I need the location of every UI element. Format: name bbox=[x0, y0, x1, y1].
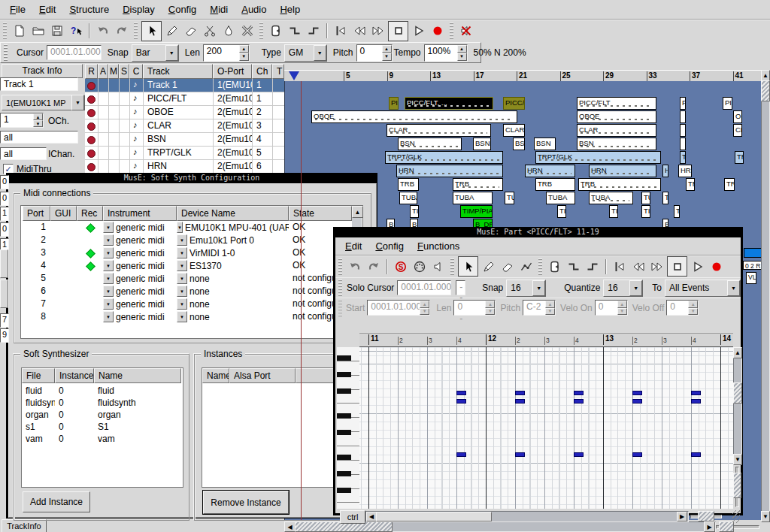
column-header-o-port[interactable]: O-Port bbox=[213, 64, 252, 79]
arranger-part[interactable]: TRB bbox=[398, 178, 419, 191]
track-t-cell[interactable] bbox=[272, 160, 284, 173]
column-header-device-name[interactable]: Device Name bbox=[177, 206, 289, 221]
flag-cell[interactable] bbox=[98, 133, 108, 146]
device-cell[interactable]: ▼ES1370 bbox=[177, 259, 289, 272]
track-t-cell[interactable] bbox=[272, 147, 284, 159]
midi-note[interactable] bbox=[632, 452, 642, 457]
menu-item-help[interactable]: Help bbox=[273, 1, 307, 18]
rec-cell[interactable] bbox=[77, 246, 103, 259]
rewind-button[interactable] bbox=[629, 258, 647, 275]
chevron-down-icon[interactable]: ▼ bbox=[165, 45, 178, 61]
toolbar-grip[interactable] bbox=[338, 258, 342, 275]
trackinfo-toggle-button[interactable]: TrackInfo bbox=[2, 519, 47, 532]
arranger-part[interactable]: PICC/FLT bbox=[577, 97, 656, 110]
arranger-part[interactable]: CL bbox=[733, 124, 742, 137]
toolbar-grip[interactable] bbox=[134, 23, 138, 39]
record-arm-icon[interactable] bbox=[87, 109, 95, 117]
instrument-cell[interactable]: ▼generic midi bbox=[103, 259, 177, 272]
arranger-part[interactable]: TUBA bbox=[589, 192, 633, 204]
flag-cell[interactable] bbox=[119, 92, 129, 105]
arranger-part[interactable]: TR bbox=[724, 178, 735, 191]
black-key[interactable] bbox=[337, 488, 351, 493]
arranger-part-fragment[interactable]: VL bbox=[746, 272, 756, 284]
track-row[interactable]: ♪CLAR2(Emu10k3 bbox=[85, 119, 284, 133]
midi-note[interactable] bbox=[456, 452, 466, 457]
flag-cell[interactable] bbox=[108, 79, 119, 92]
track-channel-cell[interactable]: 2 bbox=[252, 106, 272, 119]
arranger-part[interactable]: HRN bbox=[396, 165, 503, 177]
eraser-tool-button[interactable] bbox=[182, 23, 199, 40]
chevron-down-icon[interactable]: ▼ bbox=[103, 286, 114, 297]
snap-select[interactable]: 16▼ bbox=[506, 280, 546, 297]
instrument-cell[interactable]: ▼generic midi bbox=[103, 285, 177, 298]
column-header-m[interactable]: M bbox=[108, 64, 119, 79]
spin-up-icon[interactable]: ▲ bbox=[33, 113, 43, 120]
chevron-down-icon[interactable]: ▼ bbox=[177, 311, 187, 322]
column-header-alsa-port[interactable]: Alsa Port bbox=[229, 368, 296, 383]
midi-port-row[interactable]: 1▼generic midi▼EMU10K1 MPU-401 (UART)OK bbox=[21, 221, 352, 234]
chevron-down-icon[interactable]: ▼ bbox=[71, 95, 84, 110]
track-row[interactable]: ♪PICC/FLT2(Emu10k1 bbox=[85, 92, 284, 106]
track-t-cell[interactable] bbox=[272, 133, 284, 146]
drum-line-tool-button[interactable] bbox=[565, 258, 582, 275]
column-header-a[interactable]: A bbox=[98, 64, 108, 79]
flag-cell[interactable] bbox=[119, 147, 129, 159]
pianoroll-keyboard[interactable] bbox=[337, 347, 360, 509]
track-name-cell[interactable]: BSN bbox=[143, 133, 213, 146]
scroll-left-icon[interactable]: ◀ bbox=[366, 512, 377, 521]
scroll-down-icon[interactable]: ▼ bbox=[733, 454, 742, 465]
flag-cell[interactable] bbox=[98, 79, 108, 92]
drum-line-tool-button[interactable] bbox=[286, 23, 303, 40]
arranger-part[interactable]: H bbox=[662, 165, 668, 177]
arranger-part[interactable]: TRB bbox=[578, 178, 661, 191]
flag-cell[interactable] bbox=[98, 92, 108, 105]
chevron-down-icon[interactable]: ▼ bbox=[177, 260, 187, 271]
rec-cell[interactable] bbox=[77, 259, 103, 272]
black-key[interactable] bbox=[337, 430, 351, 435]
black-key[interactable] bbox=[337, 355, 351, 361]
menu-item-edit[interactable]: Edit bbox=[32, 1, 62, 18]
chevron-down-icon[interactable]: ▼ bbox=[103, 311, 114, 322]
flag-cell[interactable] bbox=[119, 106, 129, 119]
track-name-cell[interactable]: PICC/FLT bbox=[143, 92, 213, 105]
rec-cell[interactable] bbox=[77, 221, 103, 234]
instrument-cell[interactable]: ▼generic midi bbox=[103, 298, 177, 310]
track-row[interactable]: ♪Track 11(EMU101 bbox=[85, 79, 284, 92]
midi-note[interactable] bbox=[574, 452, 584, 457]
menu-item-config[interactable]: Config bbox=[162, 1, 204, 18]
snap-select[interactable]: Bar▼ bbox=[132, 44, 179, 62]
device-cell[interactable]: ▼EMU10K1 MPU-401 (UART) bbox=[177, 221, 289, 234]
output-port-select[interactable]: 1(EMU10K1 MP ▼ bbox=[2, 95, 85, 110]
column-header-gui[interactable]: GUI bbox=[50, 206, 77, 221]
menu-item-edit[interactable]: Edit bbox=[338, 237, 368, 255]
play-button[interactable] bbox=[410, 23, 427, 40]
pianoroll-grid[interactable] bbox=[359, 347, 733, 509]
black-key[interactable] bbox=[337, 388, 351, 394]
arranger-part[interactable]: TUBA bbox=[453, 192, 493, 204]
midi-note[interactable] bbox=[632, 399, 642, 404]
spin-up-icon[interactable]: ▲ bbox=[382, 45, 392, 53]
arranger-part[interactable]: TIMP/PIA bbox=[460, 205, 493, 218]
save-file-button[interactable] bbox=[48, 23, 65, 40]
track-channel-cell[interactable]: 1 bbox=[252, 92, 272, 105]
resize-grip[interactable] bbox=[732, 510, 740, 523]
arranger-part[interactable]: TU bbox=[641, 192, 650, 204]
scroll-up-icon[interactable]: ▲ bbox=[761, 70, 770, 81]
track-row[interactable]: ♪BSN2(Emu10k4 bbox=[85, 133, 284, 147]
arranger-part[interactable] bbox=[680, 124, 686, 137]
arranger-part-fragment[interactable]: 0 2 R bbox=[743, 261, 762, 270]
rewind-button[interactable] bbox=[350, 23, 368, 40]
track-channel-cell[interactable]: 5 bbox=[252, 147, 272, 159]
menu-item-audio[interactable]: Audio bbox=[235, 1, 273, 18]
menu-item-functions[interactable]: Functions bbox=[411, 237, 466, 255]
arranger-part[interactable]: BSN bbox=[577, 138, 656, 150]
redo-button[interactable] bbox=[365, 258, 382, 275]
instrument-cell[interactable]: ▼generic midi bbox=[103, 246, 177, 259]
toolbar-grip[interactable] bbox=[259, 23, 263, 39]
midi-note[interactable] bbox=[691, 399, 701, 404]
new-part-tool-button[interactable] bbox=[546, 258, 563, 275]
instrument-cell[interactable]: ▼generic midi bbox=[103, 310, 177, 323]
track-t-cell[interactable] bbox=[272, 119, 284, 132]
to-select[interactable]: All Events▼ bbox=[665, 280, 741, 297]
chevron-down-icon[interactable]: ▼ bbox=[103, 234, 114, 246]
